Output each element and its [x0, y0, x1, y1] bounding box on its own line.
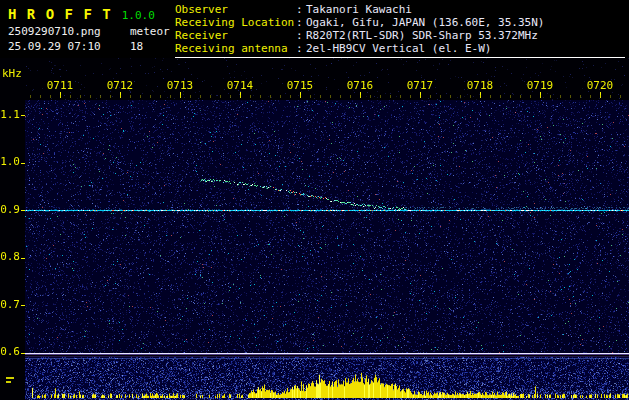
x-axis-tick-label: 0718	[463, 79, 497, 92]
app-header-left: H R O F F T1.0.0 2509290710.png meteor 2…	[8, 4, 172, 54]
info-label: Receiving Location	[175, 16, 296, 29]
info-colon: :	[296, 16, 306, 29]
x-axis-tick-label: 0716	[343, 79, 377, 92]
x-axis-tick-label: 0720	[583, 79, 617, 92]
info-value: 2el-HB9CV Vertical (el. E-W)	[306, 42, 491, 55]
info-label: Observer	[175, 3, 296, 16]
y-axis-unit: kHz	[2, 67, 22, 80]
y-axis-tick-label: 0.8	[0, 250, 20, 263]
info-row-observer: Observer : Takanori Kawachi	[175, 3, 625, 16]
y-axis-tick-label: 0.9	[0, 203, 20, 216]
y-axis-tick-label: 1.0	[0, 155, 20, 168]
app-title: H R O F F T	[8, 6, 112, 22]
info-value: Takanori Kawachi	[306, 3, 412, 16]
info-value: R820T2(RTL-SDR) SDR-Sharp 53.372MHz	[306, 29, 538, 42]
x-axis-tick-label: 0715	[283, 79, 317, 92]
mode-label: meteor	[130, 24, 170, 39]
info-colon: :	[296, 29, 306, 42]
x-axis-tick-label: 0714	[223, 79, 257, 92]
info-row-antenna: Receiving antenna : 2el-HB9CV Vertical (…	[175, 42, 625, 55]
output-filename: 2509290710.png	[8, 24, 130, 39]
app-version: 1.0.0	[122, 9, 155, 22]
info-row-location: Receiving Location : Ogaki, Gifu, JAPAN …	[175, 16, 625, 29]
x-axis-tick-label: 0712	[103, 79, 137, 92]
title-row: H R O F F T1.0.0	[8, 4, 172, 24]
time-row: 25.09.29 07:10 18	[8, 39, 172, 54]
info-label: Receiving antenna	[175, 42, 296, 55]
echo-count: 18	[130, 39, 143, 54]
spectrogram-canvas	[0, 58, 629, 400]
station-info: Observer : Takanori Kawachi Receiving Lo…	[175, 3, 625, 58]
y-axis-tick-label: 0.7	[0, 298, 20, 311]
hrofft-screen: H R O F F T1.0.0 2509290710.png meteor 2…	[0, 0, 629, 400]
x-axis-tick-label: 0719	[523, 79, 557, 92]
y-axis-tick-label: 0.6	[0, 345, 20, 358]
info-value: Ogaki, Gifu, JAPAN (136.60E, 35.35N)	[306, 16, 544, 29]
frame-timestamp: 25.09.29 07:10	[8, 39, 130, 54]
x-axis-tick-label: 0711	[43, 79, 77, 92]
x-axis-tick-label: 0717	[403, 79, 437, 92]
info-colon: :	[296, 3, 306, 16]
info-colon: :	[296, 42, 306, 55]
file-row: 2509290710.png meteor	[8, 24, 172, 39]
x-axis-tick-label: 0713	[163, 79, 197, 92]
y-axis-tick-label: 1.1	[0, 108, 20, 121]
info-label: Receiver	[175, 29, 296, 42]
info-row-receiver: Receiver : R820T2(RTL-SDR) SDR-Sharp 53.…	[175, 29, 625, 42]
